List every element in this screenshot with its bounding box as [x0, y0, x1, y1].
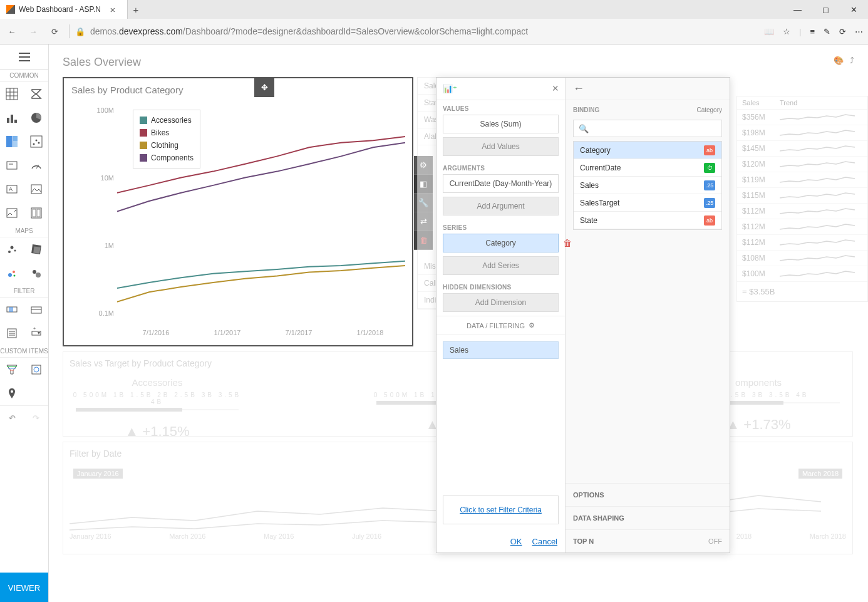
trend-row: $356M	[737, 110, 867, 125]
svg-rect-24	[31, 185, 41, 194]
sales-by-category-chart[interactable]: ✥ Sales by Product Category Accessories …	[63, 77, 413, 346]
chart-type-icon[interactable]: 📊⁺	[443, 84, 457, 93]
svg-point-36	[13, 271, 15, 273]
svg-rect-12	[6, 136, 13, 147]
svg-rect-34	[33, 246, 40, 253]
svg-rect-28	[33, 209, 36, 217]
field-currentdate[interactable]: CurrentDate⏱	[574, 159, 721, 177]
range-end-badge: March 2018	[798, 469, 842, 479]
pie-chart-icon[interactable]	[24, 106, 49, 130]
cancel-button[interactable]: Cancel	[532, 537, 557, 546]
notes-icon[interactable]: ✎	[824, 27, 830, 36]
combo-box-icon[interactable]: ▾+	[24, 321, 49, 345]
range-filter-icon[interactable]	[0, 298, 24, 321]
svg-rect-3	[6, 88, 18, 100]
data-filtering-toggle[interactable]: DATA / FILTERING ⚙	[437, 316, 565, 335]
svg-point-16	[33, 143, 34, 145]
color-scheme-icon[interactable]: 🎨	[834, 56, 844, 65]
minimize-button[interactable]: —	[783, 0, 812, 19]
field-search-input[interactable]: 🔍	[573, 120, 722, 137]
online-map-icon[interactable]	[24, 358, 49, 381]
favorite-icon[interactable]: ☆	[783, 27, 790, 36]
bubble-map-icon[interactable]	[0, 261, 24, 285]
move-handle-icon[interactable]: ✥	[254, 77, 274, 97]
export-icon[interactable]: ⤴	[850, 56, 854, 65]
gauge-icon[interactable]	[24, 153, 49, 177]
back-button[interactable]: ←	[5, 24, 19, 38]
more-icon[interactable]: ⋯	[855, 27, 863, 36]
field-state[interactable]: Stateab	[574, 212, 721, 229]
series-item-category[interactable]: Category 🗑	[443, 234, 559, 252]
browser-tab[interactable]: Web Dashboard - ASP.N ×	[0, 0, 128, 19]
svg-rect-8	[7, 118, 9, 123]
options-section[interactable]: OPTIONS	[566, 483, 730, 506]
field-sales[interactable]: Sales.25	[574, 177, 721, 194]
trend-row: $120M	[737, 157, 867, 172]
image-icon[interactable]	[24, 177, 49, 201]
date-filter-icon[interactable]	[24, 298, 49, 321]
back-arrow-icon[interactable]: ←	[573, 82, 584, 95]
scatter-chart-icon[interactable]	[24, 130, 49, 153]
trend-row: $112M	[737, 219, 867, 235]
add-dimension-button[interactable]: Add Dimension	[443, 293, 559, 312]
new-tab-button[interactable]: +	[128, 4, 144, 15]
pane-tab-sales[interactable]: Sales	[443, 341, 559, 359]
url-field[interactable]: demos.devexpress.com/Dashboard/?mode=des…	[90, 26, 757, 36]
pivot-grid-icon[interactable]	[0, 82, 24, 106]
funnel-icon[interactable]	[0, 358, 24, 381]
sigma-icon[interactable]	[24, 82, 49, 106]
data-shaping-section[interactable]: DATA SHAPING	[566, 506, 730, 529]
trend-row: $112M	[737, 204, 867, 219]
reading-view-icon[interactable]: 📖	[764, 27, 774, 36]
top-n-section[interactable]: TOP N OFF	[566, 529, 730, 553]
bar-chart-icon[interactable]	[0, 106, 24, 130]
maximize-button[interactable]: ◻	[812, 0, 840, 19]
undo-button[interactable]: ↶	[9, 413, 16, 423]
argument-item-date[interactable]: CurrentDate (Day-Month-Year)	[443, 174, 559, 193]
list-box-icon[interactable]	[0, 321, 24, 345]
trend-row: $112M	[737, 235, 867, 251]
add-argument-button[interactable]: Add Argument	[443, 197, 559, 215]
field-category[interactable]: Categoryab	[574, 142, 721, 159]
filter-criteria-box[interactable]: Click to set Filter Criteria	[443, 496, 559, 524]
group-icon[interactable]	[24, 201, 49, 225]
close-panel-icon[interactable]: ×	[552, 82, 559, 95]
choropleth-map-icon[interactable]	[24, 237, 49, 261]
share-icon[interactable]: ⟳	[839, 27, 846, 36]
svg-rect-15	[31, 136, 42, 147]
redo-button[interactable]: ↷	[33, 413, 39, 423]
card-icon[interactable]	[0, 153, 24, 177]
trend-row: $108M	[737, 251, 867, 266]
pin-icon[interactable]	[0, 381, 24, 405]
svg-rect-19	[7, 162, 17, 169]
close-window-button[interactable]: ✕	[840, 0, 868, 19]
pie-map-icon[interactable]	[24, 261, 49, 285]
svg-point-30	[8, 251, 11, 253]
geo-point-map-icon[interactable]	[0, 237, 24, 261]
hub-icon[interactable]: ≡	[810, 27, 815, 36]
sales-trend-grid[interactable]: SalesTrend $356M$198M$145M$120M$119M$115…	[736, 96, 868, 302]
section-filter: FILTER	[0, 285, 48, 298]
treemap-icon[interactable]	[0, 130, 24, 153]
add-series-button[interactable]: Add Series	[443, 256, 559, 275]
field-salestarget[interactable]: SalesTarget.25	[574, 194, 721, 212]
value-item-sales[interactable]: Sales (Sum)	[443, 115, 559, 133]
textbox-icon[interactable]: A	[0, 177, 24, 201]
viewer-mode-button[interactable]: VIEWER	[0, 573, 48, 602]
trend-row: $119M	[737, 172, 867, 188]
designer-sidebar: COMMON A ↗ MAPS FILTER ▾+	[0, 44, 49, 602]
trend-row: $115M	[737, 188, 867, 204]
dashboard-title: Sales Overview	[63, 56, 854, 69]
bound-image-icon[interactable]: ↗	[0, 201, 24, 225]
trend-row: $198M	[737, 125, 867, 141]
close-tab-icon[interactable]: ×	[105, 4, 121, 15]
refresh-button[interactable]: ⟳	[48, 24, 61, 38]
svg-point-17	[35, 140, 37, 142]
menu-toggle[interactable]	[0, 44, 48, 70]
set-filter-link[interactable]: Click to set Filter Criteria	[460, 506, 542, 514]
delete-series-icon[interactable]: 🗑	[563, 238, 572, 248]
svg-text:+: +	[33, 327, 36, 331]
ok-button[interactable]: OK	[510, 537, 522, 546]
forward-button[interactable]: →	[26, 24, 40, 38]
add-values-button[interactable]: Add Values	[443, 137, 559, 156]
